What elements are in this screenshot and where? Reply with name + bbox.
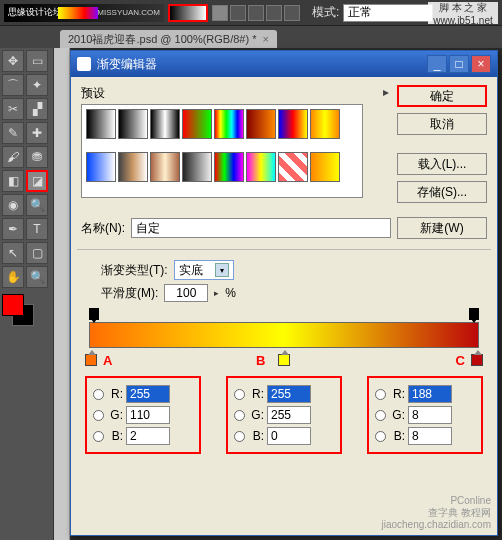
b-value-b: 0 [271, 429, 278, 443]
preset-swatch[interactable] [246, 152, 276, 182]
radio-b[interactable] [93, 431, 104, 442]
preset-swatch[interactable] [214, 109, 244, 139]
g-input-b[interactable]: 255 [267, 406, 311, 424]
eyedropper-tool[interactable]: ✎ [2, 122, 24, 144]
gradient-bar[interactable] [89, 322, 479, 348]
site-logo: 思缘设计论坛 WWW.MISSYUAN.COM [4, 4, 164, 22]
dropdown-arrow-icon[interactable]: ▸ [214, 288, 219, 298]
g-input-a[interactable]: 110 [126, 406, 170, 424]
g-input-c[interactable]: 8 [408, 406, 452, 424]
radio-r[interactable] [375, 389, 386, 400]
path-tool[interactable]: ↖ [2, 242, 24, 264]
b-label: B: [389, 429, 405, 443]
preset-swatch[interactable] [310, 109, 340, 139]
minimize-button[interactable]: _ [427, 55, 447, 73]
preset-swatch[interactable] [214, 152, 244, 182]
gradient-tool[interactable]: ◪ [26, 170, 48, 192]
wand-tool[interactable]: ✦ [26, 74, 48, 96]
marquee-tool[interactable]: ▭ [26, 50, 48, 72]
radio-b[interactable] [234, 431, 245, 442]
crop-tool[interactable]: ✂ [2, 98, 24, 120]
linear-gradient-icon[interactable] [212, 5, 228, 21]
color-stop-c[interactable] [471, 354, 483, 366]
dialog-titlebar[interactable]: 渐变编辑器 _ □ × [71, 51, 497, 77]
shape-tool[interactable]: ▢ [26, 242, 48, 264]
preset-swatch[interactable] [310, 152, 340, 182]
maximize-button[interactable]: □ [449, 55, 469, 73]
brush-tool[interactable]: 🖌 [2, 146, 24, 168]
name-input[interactable]: 自定 [131, 218, 391, 238]
radio-r[interactable] [93, 389, 104, 400]
lasso-tool[interactable]: ⌒ [2, 74, 24, 96]
opacity-stop-right[interactable] [469, 308, 479, 320]
preset-swatch[interactable] [86, 152, 116, 182]
document-tab[interactable]: 2010福虎迎春.psd @ 100%(RGB/8#) * × [60, 30, 277, 48]
zoom-tool[interactable]: 🔍 [26, 266, 48, 288]
preset-swatch[interactable] [182, 152, 212, 182]
stamp-tool[interactable]: ⛃ [26, 146, 48, 168]
slice-tool[interactable]: ▞ [26, 98, 48, 120]
type-tool[interactable]: T [26, 218, 48, 240]
dodge-tool[interactable]: 🔍 [26, 194, 48, 216]
preset-swatch[interactable] [246, 109, 276, 139]
fg-color-swatch[interactable] [2, 294, 24, 316]
load-button[interactable]: 载入(L)... [397, 153, 487, 175]
preset-swatch[interactable] [86, 109, 116, 139]
blur-tool[interactable]: ◉ [2, 194, 24, 216]
reflected-gradient-icon[interactable] [266, 5, 282, 21]
radial-gradient-icon[interactable] [230, 5, 246, 21]
radio-b[interactable] [375, 431, 386, 442]
close-icon[interactable]: × [262, 33, 268, 45]
preset-grid[interactable] [81, 104, 363, 198]
close-button[interactable]: × [471, 55, 491, 73]
preset-swatch[interactable] [278, 152, 308, 182]
radio-g[interactable] [234, 410, 245, 421]
color-stops-track[interactable]: A B C [89, 348, 479, 366]
preset-swatch[interactable] [182, 109, 212, 139]
radio-g[interactable] [375, 410, 386, 421]
b-input-a[interactable]: 2 [126, 427, 170, 445]
b-label: B: [248, 429, 264, 443]
color-stop-a[interactable] [85, 354, 97, 366]
wm-line2: 查字典 教程网 [381, 507, 491, 519]
gradient-preview-swatch[interactable] [168, 4, 208, 22]
color-swatches[interactable] [2, 294, 48, 332]
radio-r[interactable] [234, 389, 245, 400]
hand-tool[interactable]: ✋ [2, 266, 24, 288]
opacity-stop-left[interactable] [89, 308, 99, 320]
preset-swatch[interactable] [150, 109, 180, 139]
preset-swatch[interactable] [278, 109, 308, 139]
dodge-icon: 🔍 [30, 198, 45, 212]
r-input-c[interactable]: 188 [408, 385, 452, 403]
opacity-stops-track[interactable] [89, 308, 479, 322]
heal-tool[interactable]: ✚ [26, 122, 48, 144]
smooth-label: 平滑度(M): [101, 285, 158, 302]
angle-gradient-icon[interactable] [248, 5, 264, 21]
wm-line3: jiaocheng.chazidian.com [381, 519, 491, 531]
move-tool[interactable]: ✥ [2, 50, 24, 72]
blend-mode-select[interactable]: 正常 [343, 4, 433, 22]
gradient-style-group [212, 5, 300, 21]
preset-swatch[interactable] [150, 152, 180, 182]
type-select[interactable]: 实底 ▾ [174, 260, 234, 280]
r-input-a[interactable]: 255 [126, 385, 170, 403]
cancel-button[interactable]: 取消 [397, 113, 487, 135]
r-input-b[interactable]: 255 [267, 385, 311, 403]
preset-swatch[interactable] [118, 109, 148, 139]
b-input-b[interactable]: 0 [267, 427, 311, 445]
diamond-gradient-icon[interactable] [284, 5, 300, 21]
mode-label: 模式: [312, 4, 339, 21]
preset-swatch[interactable] [118, 152, 148, 182]
stop-label-a: A [103, 353, 112, 368]
radio-g[interactable] [93, 410, 104, 421]
pen-tool[interactable]: ✒ [2, 218, 24, 240]
preset-menu-icon[interactable]: ▸ [383, 85, 389, 102]
app-icon [77, 57, 91, 71]
smooth-input[interactable]: 100 [164, 284, 208, 302]
color-stop-b[interactable] [278, 354, 290, 366]
new-button[interactable]: 新建(W) [397, 217, 487, 239]
ok-button[interactable]: 确定 [397, 85, 487, 107]
save-button[interactable]: 存储(S)... [397, 181, 487, 203]
eraser-tool[interactable]: ◧ [2, 170, 24, 192]
b-input-c[interactable]: 8 [408, 427, 452, 445]
